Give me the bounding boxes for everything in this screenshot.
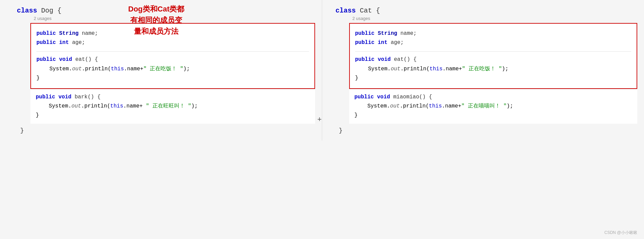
left-field-age: public int age; [36, 38, 309, 47]
right-code-panel: class Cat { 2 usages public String name;… [322, 0, 644, 141]
watermark: CSDN @小小啾啾 [604, 230, 637, 236]
left-closing-brace: } [17, 127, 322, 134]
right-miaomiao-section: public void miaomiao() { System.out.prin… [349, 89, 638, 124]
right-eat-section: public void eat() { System.out.println(t… [355, 51, 632, 85]
right-red-box: public String name; public int age; publ… [349, 23, 638, 89]
right-usages: 2 usages [353, 16, 644, 21]
right-eat-close: } [355, 74, 632, 83]
right-miaomiao-def: public void miaomiao() { [355, 93, 632, 102]
right-panel: + class Cat { 2 usages public String nam… [322, 0, 644, 239]
left-eat-close: } [36, 74, 309, 83]
plus-sign: + [317, 115, 322, 124]
right-kw-class: class [336, 7, 356, 15]
left-eat-body: System.out.println(this.name+" 正在吃饭！ "); [36, 65, 309, 74]
left-eat-section: public void eat() { System.out.println(t… [36, 51, 309, 85]
left-bark-body: System.out.println(this.name+ " 正在旺旺叫！ "… [36, 102, 310, 111]
right-classname: Cat [360, 7, 372, 15]
left-kw-class: class [17, 7, 37, 15]
left-bark-def: public void bark() { [36, 93, 310, 102]
right-class-header: class Cat { [332, 7, 644, 15]
right-eat-def: public void eat() { [355, 55, 632, 64]
right-miaomiao-body: System.out.println(this.name+" 正在喵喵叫！ ")… [355, 102, 632, 111]
right-miaomiao-close: } [355, 111, 632, 120]
callout-annotation: Dog类和Cat类都有相同的成员变量和成员方法 [128, 3, 184, 37]
right-field-age: public int age; [355, 38, 632, 47]
left-panel: Dog类和Cat类都有相同的成员变量和成员方法 class Dog { 2 us… [0, 0, 322, 239]
left-bark-section: public void bark() { System.out.println(… [30, 89, 315, 124]
right-fields-section: public String name; public int age; [355, 27, 632, 49]
left-eat-def: public void eat() { [36, 55, 309, 64]
right-closing-brace: } [336, 127, 644, 134]
main-container: Dog类和Cat类都有相同的成员变量和成员方法 class Dog { 2 us… [0, 0, 644, 239]
right-eat-body: System.out.println(this.name+" 正在吃饭！ "); [355, 65, 632, 74]
left-classname: Dog [41, 7, 53, 15]
left-bark-close: } [36, 111, 310, 120]
right-field-name: public String name; [355, 29, 632, 38]
